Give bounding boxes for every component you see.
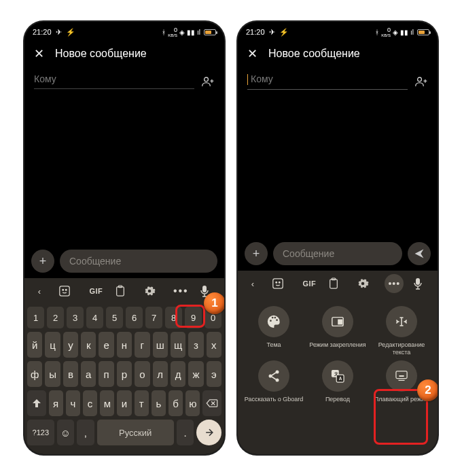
gif-button[interactable]: GIF bbox=[86, 287, 105, 295]
svg-text:文: 文 bbox=[334, 371, 338, 375]
recipient-input[interactable]: Кому bbox=[34, 73, 194, 89]
svg-point-16 bbox=[276, 282, 277, 283]
svg-rect-6 bbox=[117, 287, 124, 296]
key[interactable]: ю bbox=[185, 390, 200, 416]
key[interactable]: г bbox=[135, 332, 149, 358]
panel-docking[interactable]: Режим закрепления bbox=[307, 306, 368, 356]
dock-icon bbox=[322, 306, 353, 337]
shift-key[interactable] bbox=[27, 390, 46, 416]
key[interactable]: п bbox=[99, 361, 113, 387]
key[interactable]: л bbox=[153, 361, 168, 387]
key[interactable]: а bbox=[81, 361, 96, 387]
key[interactable]: м bbox=[100, 390, 114, 416]
chevron-left-icon[interactable]: ‹ bbox=[30, 286, 49, 296]
key[interactable]: в bbox=[63, 361, 78, 387]
key[interactable]: ы bbox=[45, 361, 60, 387]
emoji-key[interactable]: ☺ bbox=[57, 420, 74, 445]
key[interactable]: я bbox=[49, 390, 63, 416]
keyboard: 1 2 3 4 5 6 7 8 9 0 й ц у к е н г ш щ з … bbox=[24, 304, 224, 454]
status-bar: 21:20 ✈ ⚡ ᚼ 0 KB/S ◈ ▮▮ ıl bbox=[24, 22, 224, 39]
key-8[interactable]: 8 bbox=[165, 307, 182, 328]
key[interactable]: ц bbox=[45, 332, 60, 358]
compose-body bbox=[238, 95, 438, 237]
add-contact-icon[interactable] bbox=[201, 76, 215, 87]
gear-icon[interactable] bbox=[357, 277, 376, 290]
floating-keyboard-icon bbox=[386, 360, 417, 392]
send-button[interactable] bbox=[408, 242, 431, 265]
signal-icon: ▮▮ bbox=[187, 29, 195, 36]
key-2[interactable]: 2 bbox=[47, 307, 64, 328]
gear-icon[interactable] bbox=[143, 285, 162, 297]
dot-key[interactable]: . bbox=[177, 420, 194, 445]
panel-share[interactable]: Рассказать о Gboard bbox=[243, 360, 304, 403]
compose-header: ✕ Новое сообщение bbox=[238, 39, 438, 68]
panel-theme[interactable]: Тема bbox=[243, 306, 304, 356]
keyboard-settings-panel: Тема Режим закрепления Редактирование те… bbox=[238, 296, 438, 454]
more-icon[interactable]: ••• bbox=[385, 274, 404, 293]
gif-button[interactable]: GIF bbox=[300, 279, 319, 288]
key-3[interactable]: 3 bbox=[67, 307, 84, 328]
attach-plus-button[interactable]: + bbox=[245, 242, 268, 265]
key[interactable]: и bbox=[117, 390, 131, 416]
svg-rect-23 bbox=[338, 320, 342, 324]
chevron-left-icon[interactable]: ‹ bbox=[243, 279, 262, 289]
bluetooth-icon: ᚼ bbox=[375, 29, 379, 36]
space-key[interactable]: Русский bbox=[97, 420, 174, 445]
recipient-input[interactable]: Кому bbox=[247, 73, 408, 90]
panel-translate[interactable]: 文A Перевод bbox=[307, 360, 368, 403]
svg-point-20 bbox=[361, 282, 364, 286]
key[interactable]: э bbox=[207, 361, 221, 387]
key[interactable]: с bbox=[83, 390, 97, 416]
message-input[interactable]: Сообщение bbox=[60, 250, 217, 273]
close-icon[interactable]: ✕ bbox=[247, 46, 257, 61]
key-5[interactable]: 5 bbox=[106, 307, 123, 328]
key[interactable]: б bbox=[168, 390, 183, 416]
mic-icon[interactable] bbox=[413, 277, 432, 290]
key[interactable]: о bbox=[135, 361, 149, 387]
sticker-icon[interactable] bbox=[272, 277, 291, 290]
key[interactable]: х bbox=[207, 332, 221, 358]
kb-row-1: й ц у к е н г ш щ з х bbox=[27, 332, 221, 358]
key[interactable]: ч bbox=[66, 390, 80, 416]
key-6[interactable]: 6 bbox=[126, 307, 143, 328]
key[interactable]: т bbox=[135, 390, 149, 416]
key[interactable]: й bbox=[27, 332, 42, 358]
key[interactable]: ш bbox=[153, 332, 168, 358]
clipboard-icon[interactable] bbox=[115, 285, 134, 297]
key[interactable]: е bbox=[99, 332, 113, 358]
attach-plus-button[interactable]: + bbox=[31, 250, 54, 273]
key[interactable]: з bbox=[188, 332, 203, 358]
add-contact-icon[interactable] bbox=[414, 76, 428, 87]
key[interactable]: р bbox=[117, 361, 132, 387]
key[interactable]: щ bbox=[171, 332, 185, 358]
telegram-icon: ✈ bbox=[56, 28, 62, 37]
key-1[interactable]: 1 bbox=[27, 307, 44, 328]
key-7[interactable]: 7 bbox=[145, 307, 162, 328]
callout-1: 1 bbox=[204, 292, 224, 314]
signal2-icon: ıl bbox=[410, 29, 414, 36]
keyboard-toolbar: ‹ GIF ••• bbox=[24, 278, 224, 304]
key[interactable]: н bbox=[117, 332, 132, 358]
enter-key[interactable] bbox=[196, 420, 221, 445]
key-9[interactable]: 9 bbox=[185, 307, 202, 328]
key-4[interactable]: 4 bbox=[86, 307, 103, 328]
more-icon[interactable]: ••• bbox=[171, 285, 190, 297]
symbols-key[interactable]: ?123 bbox=[27, 420, 54, 445]
compose-body bbox=[24, 95, 224, 244]
sticker-icon[interactable] bbox=[58, 285, 77, 297]
close-icon[interactable]: ✕ bbox=[34, 46, 44, 61]
phone-left: 21:20 ✈ ⚡ ᚼ 0 KB/S ◈ ▮▮ ıl ✕ Новое сообщ… bbox=[24, 22, 224, 454]
message-input[interactable]: Сообщение bbox=[273, 242, 402, 265]
backspace-key[interactable] bbox=[202, 390, 221, 416]
key[interactable]: ф bbox=[27, 361, 42, 387]
key[interactable]: ж bbox=[188, 361, 203, 387]
key[interactable]: у bbox=[63, 332, 78, 358]
key[interactable]: д bbox=[171, 361, 185, 387]
text-edit-icon bbox=[386, 306, 417, 337]
message-row: + Сообщение bbox=[238, 237, 438, 271]
key[interactable]: к bbox=[81, 332, 96, 358]
comma-key[interactable]: , bbox=[77, 420, 94, 445]
key[interactable]: ь bbox=[152, 390, 166, 416]
clipboard-icon[interactable] bbox=[328, 277, 347, 290]
panel-text-edit[interactable]: Редактирование текста bbox=[371, 306, 432, 356]
